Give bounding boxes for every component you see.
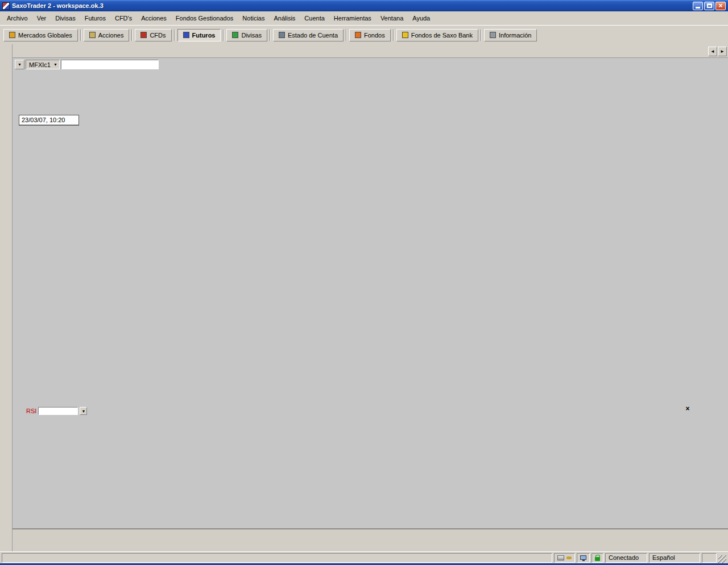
fx-icon	[232, 32, 238, 38]
maximize-icon	[707, 3, 712, 8]
instrument-list-button[interactable]: ▼	[15, 60, 24, 69]
toolbar: Mercados GlobalesAccionesCFDsFuturosDivi…	[0, 25, 728, 44]
toolbar-button-label: Futuros	[192, 32, 216, 39]
toolbar-separator	[223, 30, 224, 41]
saxo-funds-icon	[402, 32, 408, 38]
toolbar-separator	[131, 30, 133, 41]
toolbar-button-label: Divisas	[241, 32, 261, 39]
menu-item-cuenta[interactable]: Cuenta	[300, 13, 329, 23]
title-bar: SaxoTrader 2 - workspace.ok.3 ×	[0, 0, 728, 11]
chart-controls: ▼ MFXIc1 ▼	[15, 60, 159, 69]
toolbar-separator	[80, 30, 81, 41]
monitor-icon	[580, 555, 586, 560]
tab-scroll-left-button[interactable]: ◄	[708, 47, 717, 56]
status-lock-panel	[592, 553, 603, 563]
maximize-button[interactable]	[704, 2, 714, 10]
tab-scroll-right-button[interactable]: ►	[718, 47, 727, 56]
menu-item-futuros[interactable]: Futuros	[80, 13, 110, 23]
toolbar-button-fondos-de-saxo-bank[interactable]: Fondos de Saxo Bank	[396, 29, 478, 41]
minimize-icon	[696, 7, 700, 9]
app-icon	[2, 2, 10, 10]
menu-item-divisas[interactable]: Divisas	[51, 13, 80, 23]
menu-item-an-lisis[interactable]: Análisis	[269, 13, 300, 23]
lock-icon	[595, 557, 600, 561]
chart-canvas[interactable]	[13, 58, 693, 529]
price-axis	[693, 58, 728, 529]
toolbar-button-divisas[interactable]: Divisas	[226, 29, 267, 41]
toolbar-separator	[174, 30, 175, 41]
funds-icon	[355, 32, 361, 38]
status-network-panel	[577, 553, 590, 563]
tab-scroll-buttons: ◄ ►	[708, 47, 728, 57]
menu-item-noticias[interactable]: Noticias	[238, 13, 269, 23]
rsi-controls: RSI ▼	[26, 407, 87, 415]
toolbar-button-mercados-globales[interactable]: Mercados Globales	[3, 29, 78, 41]
chart-legend: 23/03/07, 10:20	[19, 115, 79, 126]
menu-item-ver[interactable]: Ver	[32, 13, 51, 23]
toolbar-separator	[270, 30, 271, 41]
chart-area: ▼ MFXIc1 ▼ 23/03/07, 10:20 RSI ▼ ×	[13, 58, 728, 551]
rsi-label: RSI	[26, 408, 36, 414]
toolbar-separator	[481, 30, 482, 41]
globe-icon	[9, 32, 15, 38]
legend-timestamp: 23/03/07, 10:20	[19, 115, 78, 125]
toolbar-button-cfds[interactable]: CFDs	[135, 29, 171, 41]
status-bar: Conectado Español	[0, 551, 728, 563]
window-title: SaxoTrader 2 - workspace.ok.3	[12, 2, 693, 9]
toolbar-button-acciones[interactable]: Acciones	[84, 29, 130, 41]
chevron-down-icon: ▼	[53, 63, 57, 67]
rsi-dropdown-button[interactable]: ▼	[80, 407, 87, 415]
instrument-combo[interactable]: MFXIc1 ▼	[26, 60, 60, 69]
close-icon: ×	[718, 2, 722, 9]
language-status: Español	[649, 553, 700, 563]
menu-item-ayuda[interactable]: Ayuda	[408, 13, 435, 23]
toolbar-button-fondos[interactable]: Fondos	[349, 29, 391, 41]
toolbar-button-futuros[interactable]: Futuros	[177, 29, 221, 41]
toolbar-separator	[393, 30, 394, 41]
info-icon	[490, 32, 496, 38]
tab-strip: ◄ ►	[13, 44, 728, 58]
toolbar-button-estado-de-cuenta[interactable]: Estado de Cuenta	[273, 29, 344, 41]
menu-bar: ArchivoVerDivisasFuturosCFD'sAccionesFon…	[0, 11, 728, 25]
menu-item-herramientas[interactable]: Herramientas	[329, 13, 376, 23]
minimize-button[interactable]	[693, 2, 703, 10]
toolbar-button-label: Fondos	[364, 32, 385, 39]
toolbar-button-label: Fondos de Saxo Bank	[411, 32, 473, 39]
instrument-combo-value: MFXIc1	[29, 61, 51, 68]
key-icon	[566, 556, 572, 559]
rsi-input[interactable]	[38, 407, 78, 415]
futures-icon	[183, 32, 189, 38]
rsi-close-button[interactable]: ×	[684, 405, 692, 413]
toolbar-button-informaci-n[interactable]: Información	[484, 29, 537, 41]
cfd-icon	[140, 32, 147, 38]
menu-item-cfd-s[interactable]: CFD's	[110, 13, 136, 23]
menu-item-ventana[interactable]: Ventana	[376, 13, 408, 23]
sidebar	[0, 44, 13, 551]
status-message-panel	[2, 553, 552, 563]
menu-item-acciones[interactable]: Acciones	[136, 13, 171, 23]
status-extra-panel	[702, 553, 717, 563]
toolbar-button-label: CFDs	[150, 32, 166, 39]
toolbar-button-label: Información	[499, 32, 531, 39]
toolbar-button-label: Mercados Globales	[18, 32, 72, 39]
stocks-icon	[89, 32, 96, 38]
account-icon	[279, 32, 285, 38]
instrument-search-input[interactable]	[61, 60, 159, 69]
close-button[interactable]: ×	[715, 2, 726, 10]
toolbar-separator	[346, 30, 347, 41]
time-axis	[13, 529, 728, 551]
connection-status: Conectado	[605, 553, 647, 563]
resize-grip[interactable]	[718, 555, 726, 563]
menu-item-archivo[interactable]: Archivo	[2, 13, 32, 23]
toolbar-button-label: Estado de Cuenta	[288, 32, 338, 39]
device-icon	[557, 555, 564, 560]
status-devices-panel	[554, 553, 575, 563]
menu-item-fondos-gestionados[interactable]: Fondos Gestionados	[171, 13, 238, 23]
toolbar-button-label: Acciones	[98, 32, 124, 39]
